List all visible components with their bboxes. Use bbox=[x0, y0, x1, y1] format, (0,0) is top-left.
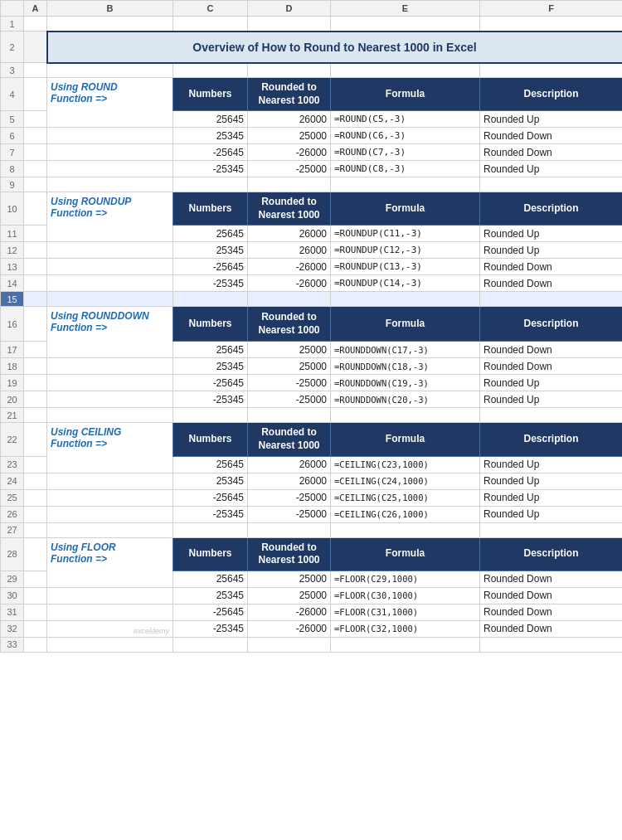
round-c5: 25645 bbox=[173, 111, 248, 128]
ceiling-row-3: 25 -25645 -25000 =CEILING(C25,1000) Roun… bbox=[1, 489, 623, 506]
rounddown-th-rounded: Rounded toNearest 1000 bbox=[248, 307, 331, 342]
round-c6: 25345 bbox=[173, 128, 248, 144]
row-1: 1 bbox=[1, 17, 623, 32]
round-f6: Rounded Down bbox=[480, 128, 623, 144]
roundup-row-4: 14 -25345 -26000 =ROUNDUP(C14,-3) Rounde… bbox=[1, 275, 623, 292]
round-f7: Rounded Down bbox=[480, 144, 623, 161]
round-e7: =ROUND(C7,-3) bbox=[331, 144, 480, 161]
round-label: Using ROUNDFunction => bbox=[47, 78, 173, 128]
floor-th-desc: Description bbox=[480, 537, 623, 571]
row-9: 9 bbox=[1, 177, 623, 192]
ceiling-label: Using CEILINGFunction => bbox=[47, 423, 173, 473]
floor-row-4: 32 exceldemy -25345 -26000 =FLOOR(C32,10… bbox=[1, 620, 623, 637]
round-c8: -25345 bbox=[173, 161, 248, 177]
col-header-b: B bbox=[47, 1, 173, 17]
floor-label: Using FLOORFunction => bbox=[47, 537, 173, 587]
roundup-th-rounded: Rounded toNearest 1000 bbox=[248, 192, 331, 226]
roundup-th-formula: Formula bbox=[331, 192, 480, 226]
ceiling-th-numbers: Numbers bbox=[173, 423, 248, 456]
row-3: 3 bbox=[1, 63, 623, 78]
round-d8: -25000 bbox=[248, 161, 331, 177]
rounddown-th-formula: Formula bbox=[331, 307, 480, 342]
round-header-row: 4 Using ROUNDFunction => Numbers Rounded… bbox=[1, 78, 623, 111]
round-e8: =ROUND(C8,-3) bbox=[331, 161, 480, 177]
col-header-a: A bbox=[24, 1, 47, 17]
title-row: 2 Overview of How to Round to Nearest 10… bbox=[1, 32, 623, 63]
roundup-th-desc: Description bbox=[480, 192, 623, 226]
round-th-numbers: Numbers bbox=[173, 78, 248, 111]
round-c7: -25645 bbox=[173, 144, 248, 161]
roundup-row-2: 12 25345 26000 =ROUNDUP(C12,-3) Rounded … bbox=[1, 242, 623, 259]
floor-th-numbers: Numbers bbox=[173, 537, 248, 571]
rounddown-th-desc: Description bbox=[480, 307, 623, 342]
roundup-label: Using ROUNDUPFunction => bbox=[47, 192, 173, 242]
row-15: 15 bbox=[1, 292, 623, 307]
round-f5: Rounded Up bbox=[480, 111, 623, 128]
col-header-f: F bbox=[480, 1, 623, 17]
floor-th-rounded: Rounded toNearest 1000 bbox=[248, 537, 331, 571]
floor-th-formula: Formula bbox=[331, 537, 480, 571]
col-header-e: E bbox=[331, 1, 480, 17]
round-d5: 26000 bbox=[248, 111, 331, 128]
floor-header-row: 28 Using FLOORFunction => Numbers Rounde… bbox=[1, 537, 623, 571]
round-row-4: 8 -25345 -25000 =ROUND(C8,-3) Rounded Up bbox=[1, 161, 623, 177]
rounddown-row-2: 18 25345 25000 =ROUNDDOWN(C18,-3) Rounde… bbox=[1, 358, 623, 375]
round-d6: 25000 bbox=[248, 128, 331, 144]
round-f8: Rounded Up bbox=[480, 161, 623, 177]
ceiling-th-rounded: Rounded toNearest 1000 bbox=[248, 423, 331, 456]
round-th-desc: Description bbox=[480, 78, 623, 111]
round-e5: =ROUND(C5,-3) bbox=[331, 111, 480, 128]
rounddown-header-row: 16 Using ROUNDDOWNFunction => Numbers Ro… bbox=[1, 307, 623, 342]
col-header-row: A B C D E F bbox=[1, 1, 623, 17]
col-header-c: C bbox=[173, 1, 248, 17]
round-th-rounded: Rounded toNearest 1000 bbox=[248, 78, 331, 111]
rounddown-row-3: 19 -25645 -25000 =ROUNDDOWN(C19,-3) Roun… bbox=[1, 375, 623, 391]
floor-row-2: 30 25345 25000 =FLOOR(C30,1000) Rounded … bbox=[1, 587, 623, 604]
col-header-d: D bbox=[248, 1, 331, 17]
row-21: 21 bbox=[1, 408, 623, 423]
main-title: Overview of How to Round to Nearest 1000… bbox=[47, 32, 623, 63]
row-27: 27 bbox=[1, 522, 623, 537]
ceiling-th-desc: Description bbox=[480, 423, 623, 456]
rounddown-row-4: 20 -25345 -25000 =ROUNDDOWN(C20,-3) Roun… bbox=[1, 391, 623, 408]
corner-cell bbox=[1, 1, 24, 17]
roundup-header-row: 10 Using ROUNDUPFunction => Numbers Roun… bbox=[1, 192, 623, 226]
ceiling-header-row: 22 Using CEILINGFunction => Numbers Roun… bbox=[1, 423, 623, 456]
ceiling-row-4: 26 -25345 -25000 =CEILING(C26,1000) Roun… bbox=[1, 506, 623, 522]
roundup-row-3: 13 -25645 -26000 =ROUNDUP(C13,-3) Rounde… bbox=[1, 259, 623, 275]
spreadsheet: A B C D E F 1 2 Overv bbox=[0, 0, 622, 653]
floor-row-3: 31 -25645 -26000 =FLOOR(C31,1000) Rounde… bbox=[1, 604, 623, 620]
ceiling-th-formula: Formula bbox=[331, 423, 480, 456]
round-e6: =ROUND(C6,-3) bbox=[331, 128, 480, 144]
rounddown-label: Using ROUNDDOWNFunction => bbox=[47, 307, 173, 358]
row-33: 33 bbox=[1, 637, 623, 652]
rounddown-th-numbers: Numbers bbox=[173, 307, 248, 342]
round-d7: -26000 bbox=[248, 144, 331, 161]
round-th-formula: Formula bbox=[331, 78, 480, 111]
watermark: exceldemy bbox=[134, 627, 169, 635]
round-row-3: 7 -25645 -26000 =ROUND(C7,-3) Rounded Do… bbox=[1, 144, 623, 161]
ceiling-row-2: 24 25345 26000 =CEILING(C24,1000) Rounde… bbox=[1, 473, 623, 489]
round-row-2: 6 25345 25000 =ROUND(C6,-3) Rounded Down bbox=[1, 128, 623, 144]
roundup-th-numbers: Numbers bbox=[173, 192, 248, 226]
